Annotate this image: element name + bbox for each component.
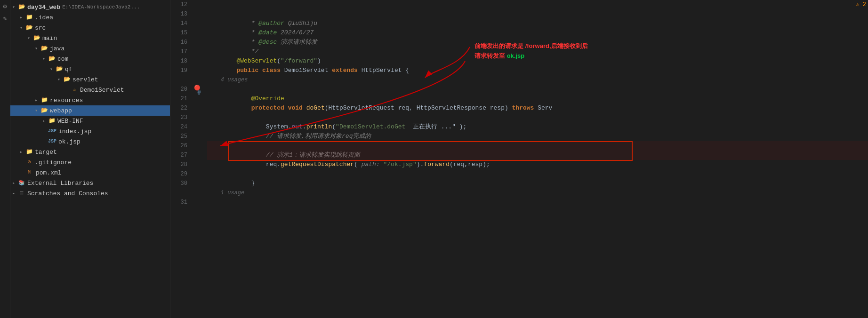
label-java: java <box>50 45 64 52</box>
label-ok-jsp: ok.jsp <box>58 138 80 145</box>
usage-hint-4: 4 usages <box>207 75 868 85</box>
code-line-29: } <box>207 169 868 179</box>
tree-item-target[interactable]: target <box>10 147 170 157</box>
label-day34_web: day34_web <box>27 4 60 11</box>
arrow-resources <box>35 97 40 103</box>
label-com: com <box>57 56 68 63</box>
tree-item-main[interactable]: main <box>10 33 170 43</box>
code-line-22 <box>207 103 868 113</box>
arrow-idea <box>20 15 25 20</box>
arrow-java <box>35 46 40 51</box>
icon-Demo1Servlet <box>71 86 78 94</box>
toolbar-icon-1[interactable]: ⚙ <box>1 2 9 10</box>
arrow-webapp <box>35 108 40 113</box>
code-line-30 <box>207 179 868 188</box>
label-index-jsp: index.jsp <box>58 128 91 135</box>
arrow-src <box>20 25 25 31</box>
code-line-17: @WebServlet("/forward") <box>207 47 868 56</box>
tree-item-webapp[interactable]: webapp <box>10 105 170 116</box>
code-line-16: */ <box>207 38 868 47</box>
label-external-libraries: External Libraries <box>27 180 93 187</box>
icon-external-libraries <box>18 179 25 187</box>
tree-item-resources[interactable]: resources <box>10 95 170 105</box>
code-line-23: System.out.println("Demo1Servlet.doGet 正… <box>207 113 868 122</box>
arrow-main <box>27 35 33 41</box>
tree-item-index-jsp[interactable]: index.jsp <box>10 126 170 136</box>
code-line-26: // 演示1：请求转发实现跳转页面 <box>207 141 868 151</box>
arrow-WEB-INF <box>42 118 48 124</box>
at-gutter-icon[interactable]: @ <box>197 89 201 95</box>
icon-day34_web <box>18 3 25 11</box>
code-line-18: public class Demo1Servlet extends HttpSe… <box>207 56 868 66</box>
tree-item-com[interactable]: com <box>10 54 170 64</box>
tree-item-src[interactable]: src <box>10 23 170 33</box>
usage-hint-1: 1 usage <box>207 188 868 198</box>
code-line-24: // 请求转发,利用请求对象req完成的 <box>207 122 868 132</box>
path-day34_web: E:\IDEA-WorkspaceJava2... <box>62 4 140 10</box>
code-line-27: req.getRequestDispatcher( path: "/ok.jsp… <box>207 151 868 160</box>
tree-item-scratches[interactable]: Scratches and Consoles <box>10 188 170 199</box>
tree-item-pom-xml[interactable]: pom.xml <box>10 167 170 178</box>
label-src: src <box>35 24 46 32</box>
code-line-25 <box>207 132 868 141</box>
icon-main <box>33 34 40 42</box>
icon-target <box>25 148 33 156</box>
tree-item-servlet[interactable]: servlet <box>10 74 170 85</box>
label-target: target <box>35 149 57 156</box>
icon-pom-xml <box>25 169 33 176</box>
code-line-19 <box>207 66 868 75</box>
code-content[interactable]: ⚠ 2 * @author QiuShiju * @date 2024/6/27… <box>201 0 868 318</box>
icon-qf <box>56 65 63 73</box>
code-line-12 <box>207 0 868 9</box>
tree-item-Demo1Servlet[interactable]: Demo1Servlet <box>10 85 170 95</box>
label-servlet: servlet <box>72 76 98 83</box>
label-webapp: webapp <box>50 107 72 114</box>
tree-item-idea[interactable]: .idea <box>10 12 170 23</box>
label-resources: resources <box>50 97 83 104</box>
icon-resources <box>40 96 48 104</box>
icon-gitignore <box>25 159 33 166</box>
arrow-scratches <box>12 191 18 196</box>
tree-item-qf[interactable]: qf <box>10 64 170 74</box>
code-line-14: * @date 2024/6/27 <box>207 19 868 28</box>
icon-WEB-INF <box>48 117 56 125</box>
code-line-13: * @author QiuShiju <box>207 9 868 19</box>
icon-index-jsp <box>48 127 56 135</box>
arrow-com <box>42 56 48 62</box>
tree-item-day34_web[interactable]: day34_web E:\IDEA-WorkspaceJava2... <box>10 2 170 12</box>
tree-item-gitignore[interactable]: .gitignore <box>10 157 170 167</box>
icon-idea <box>25 14 33 21</box>
project-tree: day34_web E:\IDEA-WorkspaceJava2... .ide… <box>10 0 170 318</box>
label-main: main <box>42 35 57 42</box>
tree-item-java[interactable]: java <box>10 43 170 54</box>
label-pom-xml: pom.xml <box>36 169 62 176</box>
tree-item-external-libraries[interactable]: External Libraries <box>10 178 170 188</box>
icon-servlet <box>63 76 71 83</box>
label-WEB-INF: WEB-INF <box>57 118 83 125</box>
label-scratches: Scratches and Consoles <box>27 190 108 197</box>
label-Demo1Servlet: Demo1Servlet <box>80 87 124 94</box>
label-idea: .idea <box>35 14 53 21</box>
icon-src <box>25 24 33 32</box>
arrow-day34_web <box>12 4 18 10</box>
icon-webapp <box>40 107 48 114</box>
label-qf: qf <box>65 66 72 73</box>
arrow-external-libraries <box>12 180 18 186</box>
toolbar-icon-2[interactable]: ✎ <box>1 14 9 23</box>
arrow-servlet <box>57 77 63 82</box>
icon-scratches <box>18 190 25 197</box>
gutter-area: 🔴 @ <box>191 0 201 318</box>
icon-com <box>48 55 56 63</box>
code-container: 12 13 14 15 16 17 18 19 20 21 22 23 24 2… <box>170 0 868 318</box>
code-line-15: * @desc 演示请求转发 <box>207 28 868 38</box>
code-line-28 <box>207 160 868 169</box>
code-line-21: protected void doGet(HttpServletRequest … <box>207 94 868 103</box>
tree-item-WEB-INF[interactable]: WEB-INF <box>10 116 170 126</box>
label-gitignore: .gitignore <box>35 159 72 166</box>
icon-ok-jsp <box>48 138 56 145</box>
arrow-target <box>20 149 25 155</box>
tree-item-ok-jsp[interactable]: ok.jsp <box>10 136 170 147</box>
editor-area: 12 13 14 15 16 17 18 19 20 21 22 23 24 2… <box>170 0 868 318</box>
code-line-20: @Override <box>207 85 868 94</box>
arrow-qf <box>50 66 56 72</box>
